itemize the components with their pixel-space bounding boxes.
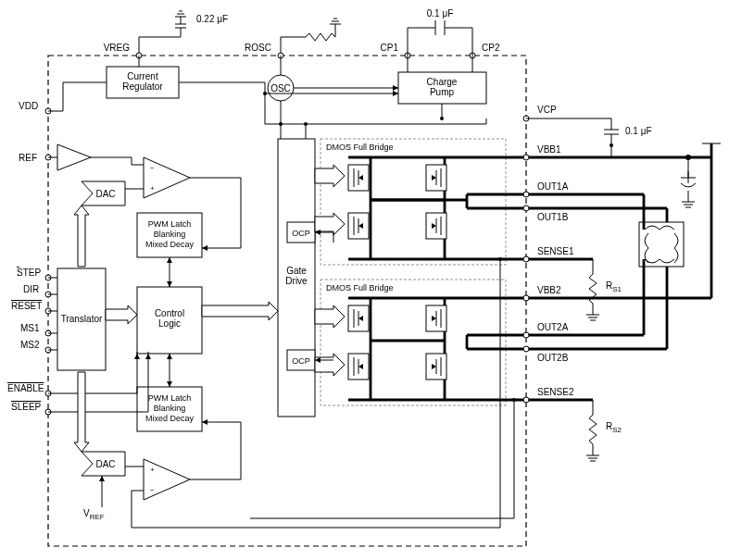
svg-text:.: . — [17, 268, 19, 278]
pin-step-label: STEP — [17, 268, 41, 278]
pin-cp1-label: CP1 — [381, 43, 399, 53]
pin-reset-label: RESET — [11, 301, 42, 311]
vreg-cap-label: 0.22 μF — [196, 14, 228, 24]
svg-point-176 — [512, 398, 516, 402]
pin-vbb2-label: VBB2 — [537, 285, 561, 295]
pin-ref-label: REF — [19, 153, 37, 163]
pin-out2b-label: OUT2B — [537, 353, 569, 363]
opamp2-minus: − — [150, 486, 155, 494]
cp-cap-label: 0.1 μF — [427, 8, 454, 19]
svg-point-104 — [685, 155, 691, 160]
opamp1-plus: + — [150, 184, 155, 193]
pin-vbb1 — [523, 155, 529, 160]
current-regulator-label: CurrentRegulator — [122, 71, 163, 92]
opamp2-plus: + — [150, 466, 155, 474]
pin-cp2-label: CP2 — [482, 43, 500, 53]
pin-dir-label: DIR — [23, 284, 39, 294]
control-logic-label: ControlLogic — [155, 308, 184, 329]
pin-vdd-label: VDD — [19, 101, 38, 111]
pin-vreg-label: VREG — [104, 43, 131, 53]
pin-out2a — [523, 332, 529, 338]
pin-out1a — [523, 192, 529, 197]
dac2-label: DAC — [95, 459, 115, 469]
pin-sense2 — [523, 397, 529, 403]
pin-sense2-label: SENSE2 — [537, 387, 574, 397]
pin-out1b-label: OUT1B — [537, 212, 569, 222]
gate-drive-label: GateDrive — [285, 266, 308, 286]
pin-ms2-label: MS2 — [20, 340, 40, 350]
pin-vcp-label: VCP — [537, 105, 557, 115]
ocp2-label: OCP — [292, 356, 310, 366]
svg-point-174 — [498, 257, 502, 261]
charge-pump-label: ChargePump — [427, 77, 458, 97]
pin-vbb2 — [523, 295, 529, 301]
svg-point-40 — [440, 117, 444, 120]
pin-out1b — [523, 205, 529, 211]
dac1-label: DAC — [95, 189, 115, 199]
pin-sleep-label: SLEEP — [11, 402, 42, 412]
svg-point-54 — [304, 122, 308, 126]
pin-out1a-label: OUT1A — [537, 181, 569, 192]
pin-vbb1-label: VBB1 — [537, 144, 561, 155]
osc-label: OSC — [270, 83, 291, 93]
pin-sense1-label: SENSE1 — [537, 246, 574, 256]
dmos-bridge-1-label: DMOS Full Bridge — [326, 143, 394, 152]
pin-rosc-label: ROSC — [245, 43, 271, 53]
vcp-cap-label: 0.1 μF — [625, 126, 652, 136]
translator-label: Translator — [61, 314, 103, 324]
pin-ms1-label: MS1 — [20, 323, 40, 333]
pin-enable-label: ENABLE — [7, 383, 44, 393]
opamp1-minus: − — [150, 164, 155, 172]
pin-sense1 — [523, 256, 529, 262]
pin-out2b — [523, 346, 529, 352]
dmos-bridge-2-label: DMOS Full Bridge — [326, 283, 394, 292]
ocp1-label: OCP — [292, 229, 310, 238]
pin-out2a-label: OUT2A — [537, 322, 569, 332]
